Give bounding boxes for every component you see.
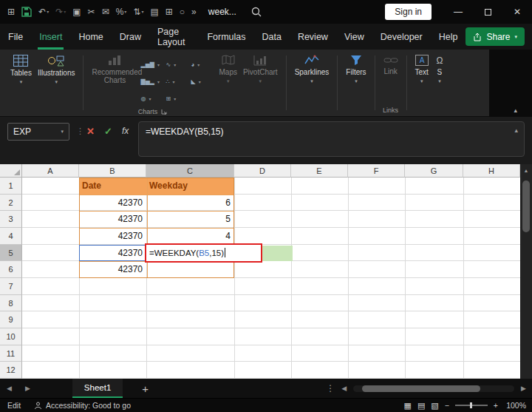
cell-C4[interactable]: 4 — [146, 228, 234, 245]
col-header-C[interactable]: C — [146, 164, 234, 178]
accept-entry-button[interactable]: ✓ — [104, 126, 112, 137]
row-header-11[interactable]: 11 — [0, 345, 22, 362]
tab-page-layout[interactable]: Page Layout — [149, 24, 199, 50]
text-button[interactable]: A Text ▾ — [412, 55, 432, 84]
cell-B3[interactable]: 42370 — [79, 211, 146, 228]
tab-view[interactable]: View — [336, 24, 372, 50]
copy-icon[interactable]: ▣ — [72, 7, 81, 16]
cells-area[interactable]: Date Weekday 42370 6 42370 5 42370 4 423… — [22, 178, 520, 379]
row-header-2[interactable]: 2 — [0, 195, 22, 212]
vertical-scroll-thumb[interactable] — [522, 180, 530, 232]
col-header-A[interactable]: A — [22, 164, 79, 178]
cell-B4[interactable]: 42370 — [79, 228, 146, 245]
undo-icon[interactable]: ↶▾ — [38, 7, 49, 16]
cell-C1[interactable]: Weekday — [146, 178, 234, 195]
column-chart-icon[interactable]: ▂▅▇▾ — [140, 56, 166, 73]
sheet-tab-sheet1[interactable]: Sheet1 — [72, 379, 123, 398]
add-sheet-button[interactable]: + — [142, 382, 149, 395]
page-layout-view-icon[interactable]: ▤ — [417, 401, 425, 411]
row-header-9[interactable]: 9 — [0, 311, 22, 328]
zoom-out-button[interactable]: − — [445, 401, 449, 410]
vertical-scrollbar[interactable]: ▲ — [520, 164, 532, 379]
insert-function-button[interactable]: fx — [122, 126, 129, 136]
row-header-8[interactable]: 8 — [0, 295, 22, 312]
tab-home[interactable]: Home — [70, 24, 111, 50]
sign-in-button[interactable]: Sign in — [385, 4, 432, 20]
cell-C2[interactable]: 6 — [146, 195, 234, 212]
next-sheet-icon[interactable]: ▶ — [18, 385, 37, 392]
zoom-percentage[interactable]: 100% — [504, 401, 526, 410]
cancel-entry-button[interactable]: ✕ — [86, 126, 95, 137]
camera-icon[interactable]: ○ — [180, 7, 185, 16]
prev-sheet-icon[interactable]: ◀ — [0, 385, 18, 392]
cell-C3[interactable]: 5 — [146, 211, 234, 228]
close-button[interactable]: ✕ — [502, 0, 532, 24]
row-header-10[interactable]: 10 — [0, 328, 22, 345]
tab-developer[interactable]: Developer — [372, 24, 431, 50]
col-header-F[interactable]: F — [348, 164, 405, 178]
maximize-button[interactable] — [473, 0, 502, 24]
filters-button[interactable]: Filters ▾ — [343, 55, 369, 84]
row-header-4[interactable]: 4 — [0, 228, 22, 245]
sheet-bar-menu-icon[interactable]: ⋮ — [326, 383, 335, 394]
bar-chart-icon[interactable]: ▇▅▂▾ — [140, 73, 166, 90]
cell-B2[interactable]: 42370 — [79, 195, 146, 212]
save-icon[interactable] — [21, 7, 32, 17]
sort-caret[interactable]: ▾ — [141, 10, 143, 14]
normal-view-icon[interactable]: ▦ — [404, 401, 412, 411]
row-header-1[interactable]: 1 — [0, 178, 22, 195]
select-all-corner[interactable] — [0, 164, 22, 178]
symbols-button-partial[interactable]: Ω S ▾ — [432, 55, 448, 84]
name-box-caret-icon[interactable]: ▾ — [61, 129, 64, 135]
line-chart-icon[interactable]: ∿▾ — [166, 56, 191, 73]
pie-chart-icon[interactable]: ◕▾ — [191, 56, 216, 73]
col-header-B[interactable]: B — [79, 164, 146, 178]
zoom-slider-thumb[interactable] — [470, 402, 472, 408]
cell-B6[interactable]: 42370 — [79, 261, 146, 278]
collapse-formula-bar-icon[interactable]: ▴ — [514, 126, 518, 134]
hscroll-left-icon[interactable]: ◀ — [341, 385, 347, 392]
area-chart-icon[interactable]: ◣▾ — [191, 73, 216, 90]
document-icon[interactable]: ▤ — [150, 7, 158, 16]
percent-icon[interactable]: %▾ — [116, 7, 127, 16]
apps-grid-icon[interactable]: ⊞ — [7, 7, 15, 16]
table-icon[interactable]: ⊞ — [166, 7, 173, 16]
map-3d-icon[interactable]: ◍▾ — [140, 90, 166, 107]
illustrations-button[interactable]: Illustrations ▾ — [35, 55, 78, 85]
tab-formulas[interactable]: Formulas — [199, 24, 253, 50]
hscroll-right-icon[interactable]: ▶ — [521, 385, 526, 392]
percent-caret[interactable]: ▾ — [124, 10, 126, 14]
name-box[interactable]: EXP ▾ — [7, 123, 69, 141]
row-header-12[interactable]: 12 — [0, 362, 22, 379]
minimize-button[interactable]: — — [443, 0, 473, 24]
tab-review[interactable]: Review — [290, 24, 336, 50]
zoom-slider[interactable] — [455, 405, 488, 406]
horizontal-scroll-thumb[interactable] — [362, 385, 480, 392]
scroll-up-icon[interactable]: ▲ — [520, 164, 532, 176]
col-header-G[interactable]: G — [405, 164, 463, 178]
share-button[interactable]: Share ▾ — [466, 27, 525, 46]
cell-B1[interactable]: Date — [79, 178, 146, 195]
page-break-view-icon[interactable]: ▧ — [431, 401, 438, 411]
accessibility-status[interactable]: Accessibility: Good to go — [34, 401, 131, 410]
tab-data[interactable]: Data — [253, 24, 289, 50]
formula-bar-grip-icon[interactable]: ⋮ — [76, 126, 85, 136]
tab-insert[interactable]: Insert — [31, 24, 70, 50]
horizontal-scrollbar[interactable] — [353, 385, 514, 392]
scatter-chart-icon[interactable]: ∴▾ — [166, 73, 191, 90]
zoom-in-button[interactable]: + — [494, 401, 498, 410]
cut-icon[interactable]: ✂ — [88, 7, 95, 16]
tab-file[interactable]: File — [0, 24, 31, 50]
col-header-D[interactable]: D — [234, 164, 291, 178]
sort-icon[interactable]: ⇅▾ — [133, 7, 143, 16]
row-header-7[interactable]: 7 — [0, 278, 22, 295]
row-header-3[interactable]: 3 — [0, 211, 22, 228]
tables-button[interactable]: Tables ▾ — [7, 55, 35, 85]
row-header-5[interactable]: 5 — [0, 245, 22, 262]
formula-input[interactable]: =WEEKDAY(B5,15) ▴ — [138, 121, 525, 157]
mail-icon[interactable]: ✉ — [102, 7, 109, 16]
search-icon[interactable] — [251, 7, 262, 17]
col-header-E[interactable]: E — [291, 164, 348, 178]
charts-dialog-launcher-icon[interactable] — [161, 109, 167, 115]
sparklines-button[interactable]: Sparklines ▾ — [292, 55, 332, 84]
